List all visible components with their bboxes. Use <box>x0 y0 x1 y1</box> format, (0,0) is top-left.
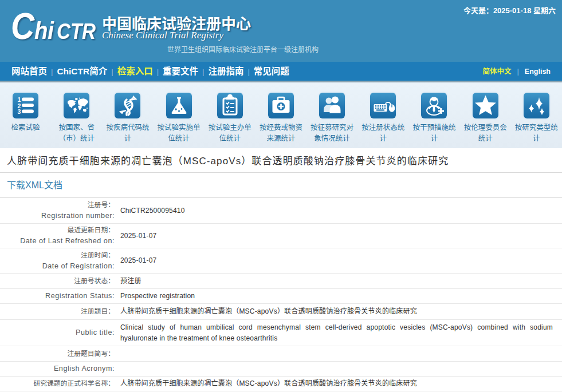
svg-text:C: C <box>11 5 35 47</box>
svg-text:CTR: CTR <box>57 19 96 43</box>
svg-text:3: 3 <box>18 108 21 115</box>
svg-text:hi: hi <box>34 17 54 44</box>
